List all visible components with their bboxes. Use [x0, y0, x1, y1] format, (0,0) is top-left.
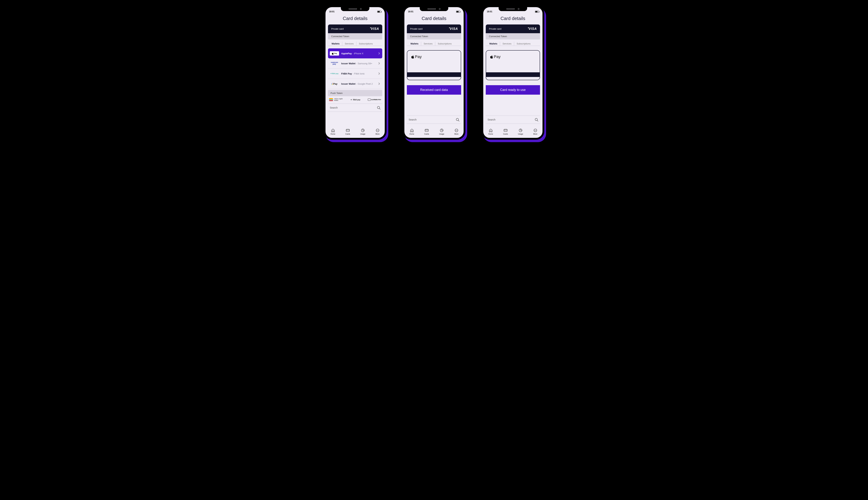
tab-subscriptions[interactable]: Subscriptions — [435, 42, 454, 46]
notch — [341, 7, 370, 11]
card-name: Private card — [489, 27, 501, 30]
battery-icon — [456, 11, 460, 13]
wallet-row-samsungpay[interactable]: SAMSUNGpay Issuer Wallet - Samsung S9+ — [328, 58, 382, 69]
page-title: Card details — [483, 13, 542, 24]
nav-home[interactable]: Home — [488, 128, 493, 135]
card-header: Private card VISA — [407, 24, 461, 33]
chevron-right-icon — [378, 52, 380, 55]
bottom-nav: Home Cards Usage More — [404, 127, 464, 138]
nav-usage[interactable]: Usage — [518, 128, 523, 135]
apple-pay-badge: Pay — [330, 51, 339, 56]
push-token-header: Push Token — [328, 90, 382, 96]
wallet-name: Issuer Wallet — [341, 62, 355, 65]
tab-services[interactable]: Services — [342, 42, 356, 46]
nav-home[interactable]: Home — [409, 128, 414, 135]
card-header: Private card VISA — [328, 24, 382, 33]
apple-pay-label: Pay — [490, 55, 501, 59]
connected-token-label: Connected Token — [407, 33, 461, 39]
wallet-row-fitbitpay[interactable]: fitbit pay FitBit Pay - Fitbit Ionic — [328, 69, 382, 79]
battery-icon — [377, 11, 381, 13]
home-icon — [410, 128, 414, 132]
tab-subscriptions[interactable]: Subscriptions — [356, 42, 375, 46]
home-icon — [331, 128, 335, 132]
notch — [420, 7, 448, 11]
search-row[interactable]: Search — [328, 104, 382, 112]
usage-icon — [361, 128, 365, 132]
card-ready-button[interactable]: Card ready to use — [486, 85, 540, 95]
notch — [498, 7, 527, 11]
search-row[interactable]: Search — [486, 115, 540, 124]
push-apple-wallet[interactable]: Add to Apple Wallet — [329, 98, 343, 101]
apple-pay-card: Pay — [407, 50, 461, 80]
wallet-list: Pay ApplePay - iPhone X SAMSUNGpay Issue… — [328, 48, 382, 89]
connected-token-label: Connected Token — [328, 33, 382, 39]
apple-pay-label: Pay — [411, 55, 422, 59]
nav-cards[interactable]: Cards — [345, 128, 350, 135]
bottom-nav: Home Cards Usage More — [326, 127, 385, 138]
card-magstripe — [486, 72, 540, 77]
nav-more[interactable]: More — [533, 128, 538, 135]
page-title: Card details — [326, 13, 385, 24]
tab-wallets[interactable]: Wallets — [487, 42, 500, 46]
tabs: Wallets Services Subscriptions — [407, 39, 461, 46]
push-token-row: Add to Apple Wallet fitbit pay GARMIN PA… — [328, 96, 382, 103]
status-time: 18:01 — [487, 10, 492, 13]
apple-wallet-icon — [329, 98, 333, 101]
wallet-row-gpay[interactable]: G Pay Issuer Wallet - Google Pixel 2 — [328, 79, 382, 89]
search-placeholder: Search — [330, 106, 338, 109]
card-name: Private card — [410, 27, 422, 30]
search-icon — [377, 106, 380, 110]
wallet-name: ApplePay — [341, 52, 352, 55]
visa-logo: VISA — [529, 27, 537, 31]
tab-services[interactable]: Services — [421, 42, 435, 46]
wallet-device: - Google Pixel 2 — [356, 82, 373, 85]
bottom-nav: Home Cards Usage More — [483, 127, 542, 138]
nav-more[interactable]: More — [375, 128, 380, 135]
nav-cards[interactable]: Cards — [424, 128, 429, 135]
wallet-device: - iPhone X — [353, 52, 364, 55]
tab-wallets[interactable]: Wallets — [408, 42, 421, 46]
search-icon — [535, 118, 538, 122]
nav-more[interactable]: More — [454, 128, 459, 135]
chevron-right-icon — [378, 82, 380, 86]
phone-2-received-card-data: 18:01 Card details Private card VISA Con… — [402, 5, 466, 140]
tab-wallets[interactable]: Wallets — [329, 42, 342, 46]
connected-token-label: Connected Token — [486, 33, 540, 39]
nav-cards[interactable]: Cards — [503, 128, 508, 135]
phone-3-card-ready: 18:01 Card details Private card VISA Con… — [481, 5, 544, 140]
status-time: 18:01 — [329, 10, 335, 13]
fitbit-pay-badge: fitbit pay — [330, 71, 339, 76]
tab-services[interactable]: Services — [500, 42, 514, 46]
tab-subscriptions[interactable]: Subscriptions — [514, 42, 533, 46]
visa-logo: VISA — [450, 27, 458, 31]
push-fitbit[interactable]: fitbit pay — [351, 99, 361, 101]
chevron-right-icon — [378, 61, 380, 65]
nav-usage[interactable]: Usage — [439, 128, 444, 135]
wallet-row-applepay[interactable]: Pay ApplePay - iPhone X — [328, 48, 382, 58]
wallet-device: - Fitbit Ionic — [353, 72, 365, 75]
card-name: Private card — [331, 27, 343, 30]
search-placeholder: Search — [488, 118, 495, 121]
phone-1-wallets-list: 18:01 Card details Private card VISA Con… — [324, 5, 387, 140]
search-icon — [456, 118, 459, 122]
tabs: Wallets Services Subscriptions — [328, 39, 382, 46]
nav-usage[interactable]: Usage — [360, 128, 365, 135]
more-icon — [454, 128, 459, 132]
wallet-name: Issuer Wallet — [341, 82, 355, 85]
google-pay-badge: G Pay — [330, 82, 339, 86]
push-garmin[interactable]: GARMIN PAY — [368, 99, 381, 101]
more-icon — [375, 128, 380, 132]
nav-home[interactable]: Home — [330, 128, 335, 135]
wallet-name: FitBit Pay — [341, 72, 352, 75]
status-time: 18:01 — [408, 10, 413, 13]
card-header: Private card VISA — [486, 24, 540, 33]
card-magstripe — [407, 72, 461, 77]
visa-logo: VISA — [371, 27, 379, 31]
page-title: Card details — [404, 13, 464, 24]
home-icon — [489, 128, 493, 132]
samsung-pay-badge: SAMSUNGpay — [330, 61, 339, 66]
apple-pay-card: Pay — [486, 50, 540, 80]
received-card-data-button[interactable]: Received card data — [407, 85, 461, 95]
card-icon — [424, 128, 429, 132]
search-row[interactable]: Search — [407, 115, 461, 124]
